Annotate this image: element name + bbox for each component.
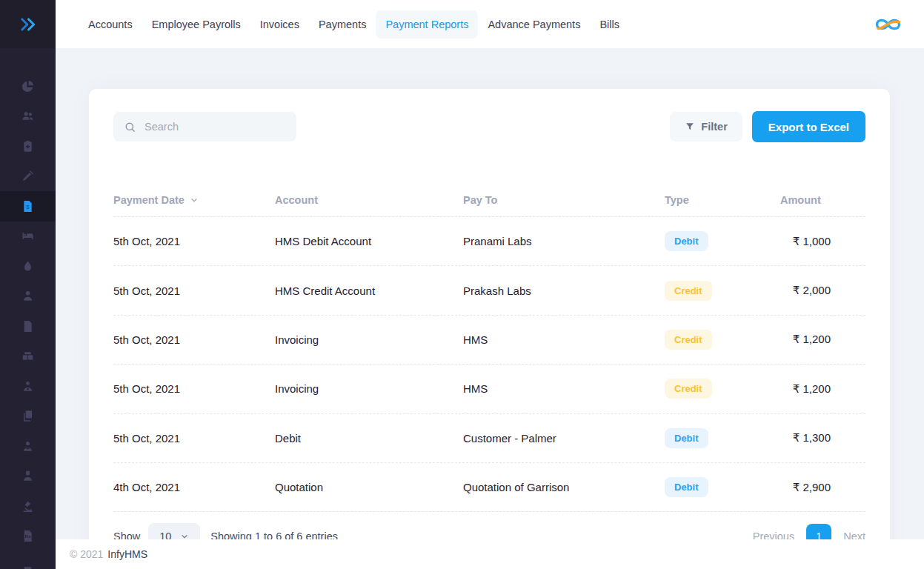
account-cell: HMS Debit Account (275, 235, 463, 247)
sidebar-item-prescription[interactable]: Rx (0, 522, 56, 552)
sidebar-item-users[interactable] (0, 102, 56, 132)
amount-cell: ₹ 1,300 (780, 431, 865, 445)
table-toolbar: Filter Export to Excel (89, 89, 890, 142)
sidebar-item-bench[interactable] (0, 551, 56, 569)
account-cell: HMS Credit Account (275, 284, 463, 297)
amount-cell: ₹ 1,200 (780, 382, 865, 396)
svg-text:$: $ (26, 204, 30, 210)
type-badge: Debit (665, 477, 708, 497)
sidebar-toggle-button[interactable] (0, 0, 56, 48)
payment-date-cell: 5th Oct, 2021 (113, 333, 275, 346)
search-icon (124, 121, 136, 133)
sidebar-item-blood-drop[interactable] (0, 251, 56, 282)
sidebar-item-doctor[interactable] (0, 282, 56, 312)
doctor-avatar-icon (21, 379, 35, 393)
brand-name: InfyHMS (107, 548, 147, 560)
type-badge: Credit (665, 330, 712, 350)
sidebar-item-syringe[interactable] (0, 162, 56, 192)
pay-to-cell: Quotation of Garrison (463, 481, 665, 493)
amount-cell: ₹ 1,000 (780, 235, 865, 248)
medicine-box-icon (21, 349, 35, 363)
table-row: 5th Oct, 2021 Invoicing HMS Credit ₹ 1,2… (113, 316, 865, 365)
funnel-icon (685, 122, 695, 132)
payment-date-cell: 5th Oct, 2021 (113, 235, 275, 247)
payments-table: Payment Date Account Pay To Type Amount … (113, 183, 865, 512)
invoice-dollar-icon: $ (21, 199, 35, 213)
tab-employee-payrolls[interactable]: Employee Payrolls (142, 10, 250, 39)
type-badge: Debit (665, 231, 708, 251)
search-input[interactable] (143, 120, 286, 133)
filter-button[interactable]: Filter (670, 112, 742, 142)
app-logo[interactable] (871, 14, 905, 35)
account-cell: Quotation (275, 481, 463, 493)
sidebar-item-patient[interactable] (0, 431, 56, 462)
payment-date-cell: 4th Oct, 2021 (113, 481, 275, 493)
table-row: 5th Oct, 2021 Invoicing HMS Credit ₹ 1,2… (113, 365, 865, 413)
pie-chart-icon (21, 79, 35, 93)
sidebar: $Rx (0, 0, 56, 569)
table-body: 5th Oct, 2021 HMS Debit Account Pranami … (113, 217, 865, 512)
sidebar-item-pie-chart[interactable] (0, 71, 56, 102)
table-row: 5th Oct, 2021 Debit Customer - Palmer De… (113, 414, 865, 463)
column-header-payment-date[interactable]: Payment Date (113, 194, 275, 206)
tab-advance-payments[interactable]: Advance Payments (478, 10, 590, 39)
payment-date-cell: 5th Oct, 2021 (113, 382, 275, 395)
type-badge: Debit (665, 428, 708, 448)
tab-bills[interactable]: Bills (590, 10, 629, 39)
tab-payments[interactable]: Payments (309, 10, 376, 39)
type-badge: Credit (665, 379, 712, 399)
sidebar-item-documents[interactable] (0, 402, 56, 432)
payment-date-header-label: Payment Date (113, 194, 185, 206)
type-badge: Credit (665, 281, 712, 301)
tab-invoices[interactable]: Invoices (250, 10, 309, 39)
sidebar-item-medicine-box[interactable] (0, 342, 56, 372)
copyright-text: © 2021 (70, 548, 103, 560)
svg-text:Rx: Rx (25, 535, 31, 539)
pay-to-cell: HMS (463, 382, 665, 395)
amount-cell: ₹ 2,000 (780, 284, 865, 297)
tab-accounts[interactable]: Accounts (79, 10, 142, 39)
payment-date-cell: 5th Oct, 2021 (113, 432, 275, 445)
account-cell: Invoicing (275, 333, 463, 346)
payment-reports-card: Filter Export to Excel Payment Date (89, 89, 890, 569)
tab-payment-reports[interactable]: Payment Reports (376, 10, 478, 39)
account-cell: Debit (275, 432, 463, 445)
sidebar-item-microscope[interactable] (0, 491, 56, 522)
account-cell: Invoicing (275, 382, 463, 395)
sidebar-nav: $Rx (0, 48, 56, 569)
amount-cell: ₹ 2,900 (780, 481, 865, 494)
medical-clipboard-icon (21, 139, 35, 153)
sidebar-item-document[interactable] (0, 311, 56, 342)
top-navbar: AccountsEmployee PayrollsInvoicesPayment… (56, 0, 924, 48)
pay-to-cell: Customer - Palmer (463, 432, 665, 445)
sidebar-item-doctor-avatar[interactable] (0, 371, 56, 402)
sidebar-item-nurse[interactable] (0, 462, 56, 492)
sidebar-item-bed[interactable] (0, 222, 56, 252)
toolbar-actions: Filter Export to Excel (670, 111, 865, 142)
pay-to-cell: Pranami Labs (463, 235, 665, 247)
export-to-excel-button[interactable]: Export to Excel (752, 111, 865, 142)
main-area: AccountsEmployee PayrollsInvoicesPayment… (56, 0, 924, 569)
column-header-type: Type (665, 194, 780, 206)
column-header-account: Account (275, 194, 463, 206)
bench-icon (21, 559, 35, 569)
infinity-logo-icon (871, 14, 905, 35)
sort-chevron-down-icon (190, 196, 199, 204)
bed-icon (21, 229, 35, 243)
filter-button-label: Filter (701, 121, 727, 133)
document-icon (21, 319, 35, 333)
page-footer: © 2021 InfyHMS (56, 539, 924, 569)
table-row: 5th Oct, 2021 HMS Credit Account Prakash… (113, 266, 865, 315)
sidebar-item-invoice-dollar[interactable]: $ (0, 191, 56, 222)
nurse-icon (21, 469, 35, 483)
pay-to-cell: HMS (463, 333, 665, 346)
table-header-row: Payment Date Account Pay To Type Amount (113, 183, 865, 217)
chevrons-right-icon (19, 15, 38, 34)
table-row: 4th Oct, 2021 Quotation Quotation of Gar… (113, 463, 865, 512)
amount-cell: ₹ 1,200 (780, 333, 865, 346)
patient-icon (21, 439, 35, 453)
payment-date-cell: 5th Oct, 2021 (113, 284, 275, 297)
sidebar-item-medical-clipboard[interactable] (0, 131, 56, 162)
column-header-amount: Amount (780, 194, 865, 206)
syringe-icon (21, 169, 35, 183)
